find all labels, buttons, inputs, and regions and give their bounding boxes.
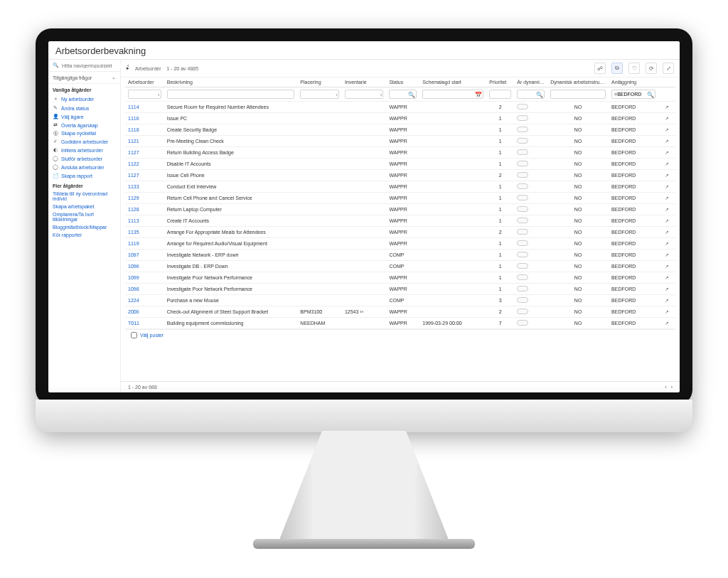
filter-location[interactable] (300, 90, 339, 99)
row-open-icon[interactable]: ↗ (658, 204, 675, 215)
row-open-icon[interactable]: ↗ (658, 272, 675, 284)
table-select-icon[interactable]: ▸ (127, 65, 129, 71)
sidebar-action-2[interactable]: 👤Välj ägare (48, 112, 120, 121)
table-row[interactable]: 1114Secure Room for Required Number Atte… (125, 102, 675, 113)
sidebar-action-7[interactable]: ◯Slutför arbetsorder (48, 154, 120, 163)
row-open-icon[interactable]: ↗ (658, 227, 675, 238)
table-row[interactable]: 1113Create IT AccountsWAPPR1NOBEDFORD↗ (125, 215, 675, 227)
page-next[interactable]: › (671, 385, 673, 390)
workorder-link[interactable]: 1121 (128, 139, 139, 144)
table-row[interactable]: 1127Return Building Access BadgeWAPPR1NO… (125, 147, 675, 159)
toolbar-button-expand[interactable]: ⤢ (663, 63, 674, 74)
row-open-icon[interactable]: ↗ (658, 250, 675, 261)
workorder-link[interactable]: 1128 (128, 207, 139, 212)
sidebar-action-3[interactable]: ⇄Överta ägarskap (48, 121, 120, 129)
cell-dynamic-toggle[interactable] (514, 147, 547, 159)
workorder-link[interactable]: 1113 (128, 218, 139, 223)
toolbar-button-bookmark[interactable]: ♡ (628, 63, 640, 74)
filter-dynamic-instr[interactable] (550, 90, 606, 99)
col-workorder[interactable]: Arbetsorder (125, 77, 164, 87)
cell-dynamic-toggle[interactable] (514, 227, 547, 238)
sidebar-more-3[interactable]: Blogginlästblock/Mappar (48, 223, 120, 231)
row-open-icon[interactable]: ↗ (658, 136, 675, 147)
sidebar-more-1[interactable]: Skapa arbetspaket (48, 203, 120, 210)
table-row[interactable]: 1096Investigate DB - ERP DownCOMP1NOBEDF… (125, 261, 675, 272)
toolbar-button-0[interactable]: ☍ (594, 63, 606, 74)
row-open-icon[interactable]: ↗ (658, 159, 675, 170)
table-row[interactable]: 1121Pre-Meeting Clean CheckWAPPR1NOBEDFO… (125, 136, 675, 147)
sidebar-search[interactable]: 🔍 ‹ (48, 60, 120, 72)
col-inventory[interactable]: Inventarie (342, 77, 387, 87)
workorder-link[interactable]: 1114 (128, 105, 139, 109)
table-row[interactable]: 1128Return Laptop ComputerWAPPR1NOBEDFOR… (125, 204, 675, 215)
table-row[interactable]: 1135Arrange For Appropriate Meals for At… (125, 227, 675, 238)
sidebar-action-1[interactable]: ✎Ändra status (48, 104, 120, 112)
table-row[interactable]: 1122Disable IT AccountsWAPPR1NOBEDFORD↗ (125, 159, 675, 170)
row-open-icon[interactable]: ↗ (658, 295, 675, 306)
cell-dynamic-toggle[interactable] (514, 318, 547, 329)
workorder-link[interactable]: T011 (128, 321, 139, 326)
cell-dynamic-toggle[interactable] (514, 215, 547, 227)
col-dynamic[interactable]: Är dynamisk? (514, 77, 547, 87)
cell-dynamic-toggle[interactable] (514, 136, 547, 147)
cell-dynamic-toggle[interactable] (514, 261, 547, 272)
row-open-icon[interactable]: ↗ (658, 102, 675, 113)
table-row[interactable]: 2006Check-out Alignment of Steel Support… (125, 306, 675, 318)
row-open-icon[interactable]: ↗ (658, 215, 675, 227)
filter-inventory[interactable] (345, 90, 384, 99)
workorder-link[interactable]: 1118 (128, 127, 139, 132)
workorder-link[interactable]: 1135 (128, 230, 139, 235)
col-site[interactable]: Anläggning (609, 77, 658, 87)
col-dynamic-instr[interactable]: Dynamisk arbetsinstruktion tillämpad (547, 77, 609, 87)
workorder-link[interactable]: 1224 (128, 298, 139, 303)
workorder-link[interactable]: 1096 (128, 264, 139, 269)
workorder-link[interactable]: 2006 (128, 309, 139, 314)
cell-dynamic-toggle[interactable] (514, 250, 547, 261)
filter-workorder[interactable] (128, 90, 161, 99)
cell-dynamic-toggle[interactable] (514, 102, 547, 113)
row-open-icon[interactable]: ↗ (658, 181, 675, 193)
row-open-icon[interactable]: ↗ (658, 170, 675, 181)
sidebar-action-0[interactable]: ＋Ny arbetsorder (48, 94, 120, 104)
row-open-icon[interactable]: ↗ (658, 147, 675, 159)
row-open-icon[interactable]: ↗ (658, 193, 675, 204)
sidebar-more-2[interactable]: Omplanera/Ta bort tilldelningar (48, 210, 120, 223)
workorder-link[interactable]: 1133 (128, 184, 139, 189)
cell-dynamic-toggle[interactable] (514, 159, 547, 170)
cell-dynamic-toggle[interactable] (514, 306, 547, 318)
cell-dynamic-toggle[interactable] (514, 204, 547, 215)
table-row[interactable]: 1127Issue Cell PhoneWAPPR2NOBEDFORD↗ (125, 170, 675, 181)
cell-dynamic-toggle[interactable] (514, 124, 547, 136)
workorder-link[interactable]: 1122 (128, 161, 139, 166)
row-open-icon[interactable]: ↗ (658, 318, 675, 329)
sidebar-action-6[interactable]: ◐Initiera arbetsorder (48, 146, 120, 154)
workorder-link[interactable]: 1129 (128, 196, 139, 200)
sidebar-more-0[interactable]: Tilldela till ny överordnad individ (48, 190, 120, 203)
table-row[interactable]: 1099Investigate Poor Network Performance… (125, 272, 675, 284)
search-icon[interactable]: 🔍 (536, 91, 543, 97)
sidebar-action-5[interactable]: ✓Godkänn arbetsorder (48, 137, 120, 146)
col-priority[interactable]: Prioritet (486, 77, 514, 87)
page-prev[interactable]: ‹ (665, 385, 666, 390)
row-open-icon[interactable]: ↗ (658, 284, 675, 295)
toolbar-button-refresh[interactable]: ⟳ (646, 63, 657, 74)
row-open-icon[interactable]: ↗ (658, 113, 675, 124)
search-icon[interactable]: 🔍 (647, 91, 654, 97)
workorder-link[interactable]: 1119 (128, 241, 139, 246)
cell-dynamic-toggle[interactable] (514, 295, 547, 306)
workorder-link[interactable]: 1127 (128, 173, 139, 178)
workorder-link[interactable]: 1116 (128, 116, 139, 121)
sidebar-search-input[interactable] (62, 63, 124, 68)
table-row[interactable]: 1118Create Security BadgeWAPPR1NOBEDFORD… (125, 124, 675, 136)
sidebar-action-9[interactable]: 📄Skapa rapport (48, 171, 120, 180)
select-all-checkbox[interactable] (131, 332, 137, 338)
cell-dynamic-toggle[interactable] (514, 181, 547, 193)
workorder-link[interactable]: 1127 (128, 150, 139, 155)
workorder-link[interactable]: 1097 (128, 252, 139, 257)
cell-dynamic-toggle[interactable] (514, 193, 547, 204)
row-open-icon[interactable]: ↗ (658, 124, 675, 136)
col-location[interactable]: Placering (297, 77, 342, 87)
row-open-icon[interactable]: ↗ (658, 238, 675, 250)
select-all-label[interactable]: Välj poster (140, 333, 164, 338)
col-status[interactable]: Status (386, 77, 419, 87)
